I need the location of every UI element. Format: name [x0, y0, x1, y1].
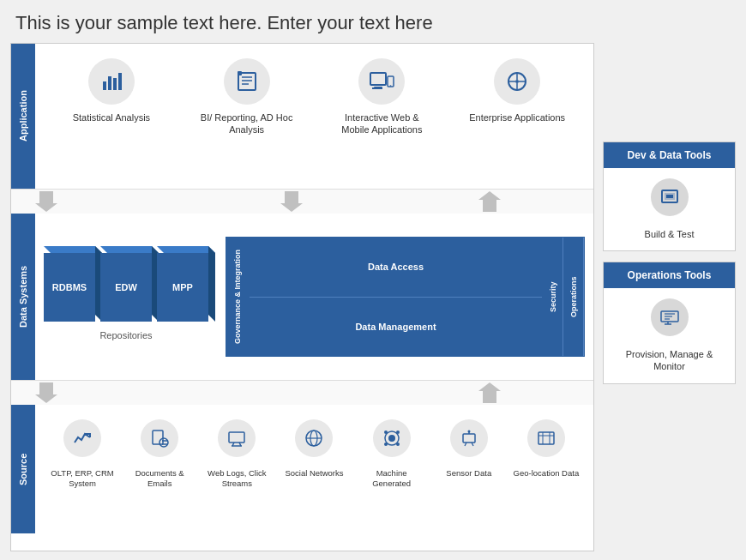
center-cols: Data Access Data Management [249, 238, 543, 356]
application-label: Application [11, 44, 35, 189]
application-layer: Application Statistical Analysis BI/ Rep… [11, 44, 593, 190]
data-source-arrows [11, 381, 593, 405]
enterprise-apps-label: Enterprise Applications [469, 111, 565, 123]
diagram-container: Application Statistical Analysis BI/ Rep… [10, 43, 594, 551]
svg-rect-1 [108, 76, 111, 90]
svg-point-33 [384, 431, 388, 434]
weblogs-item: Web Logs, Click Streams [202, 419, 271, 490]
sidebar-spacer-top [603, 43, 736, 142]
machine-item: Machine Generated [358, 419, 426, 490]
dev-tools-header: Dev & Data Tools [604, 142, 735, 168]
svg-rect-48 [666, 195, 673, 198]
source-label: Source [11, 405, 35, 533]
cube-rdbms: RDBMS [44, 253, 95, 322]
svg-rect-42 [538, 432, 554, 444]
cube-mpp: MPP [157, 253, 208, 322]
build-test-label: Build & Test [645, 228, 695, 240]
svg-point-36 [396, 443, 400, 446]
geo-label: Geo-location Data [514, 468, 580, 479]
enterprise-apps-item: Enterprise Applications [466, 58, 569, 123]
application-content: Statistical Analysis BI/ Reporting, AD H… [35, 44, 593, 189]
docs-item: Documents & Emails [125, 419, 194, 490]
repos-label: Repositories [99, 330, 152, 340]
arrow-up-right [478, 191, 501, 212]
arrow-down-left [35, 191, 57, 212]
sidebar-spacer-bottom [603, 388, 736, 551]
web-mobile-label: Interactive Web & Mobile Applications [330, 111, 433, 136]
main-area: Application Statistical Analysis BI/ Rep… [0, 43, 746, 560]
arrow-down-right [280, 191, 303, 212]
page-header: This is your sample text here. Enter you… [0, 0, 746, 43]
source-icons-row: OLTP, ERP, CRM System Documents & Emails… [44, 415, 585, 490]
app-icons-row: Statistical Analysis BI/ Reporting, AD H… [44, 54, 585, 136]
right-sidebar: Dev & Data Tools Build & Test Operations… [603, 43, 736, 551]
governance-col: Governance & Integration [226, 238, 249, 356]
web-mobile-icon [358, 58, 405, 105]
stat-analysis-icon [88, 58, 135, 105]
oltp-item: OLTP, ERP, CRM System [48, 419, 117, 490]
data-systems-label: Data Systems [11, 214, 35, 380]
arrow-down-left2 [35, 382, 57, 403]
bi-reporting-item: BI/ Reporting, AD Hoc Analysis [196, 58, 298, 136]
source-layer: Source OLTP, ERP, CRM System Documents &… [11, 405, 593, 533]
weblogs-icon [218, 419, 256, 457]
data-access-box: Data Access [250, 238, 542, 298]
svg-rect-12 [388, 76, 394, 87]
dev-tools-card: Dev & Data Tools Build & Test [603, 142, 736, 251]
oltp-icon [63, 419, 101, 457]
data-systems-layer: Data Systems RDBMS EDW MPP Repositories … [11, 214, 593, 381]
sensor-icon [450, 419, 488, 457]
bi-reporting-label: BI/ Reporting, AD Hoc Analysis [196, 111, 298, 136]
svg-rect-24 [229, 432, 244, 443]
security-col: Security [543, 238, 563, 356]
machine-label: Machine Generated [358, 468, 426, 490]
svg-point-21 [159, 438, 168, 447]
docs-label: Documents & Emails [125, 468, 194, 490]
web-mobile-item: Interactive Web & Mobile Applications [330, 58, 433, 136]
svg-rect-8 [238, 71, 242, 75]
provision-label: Provision, Manage & Monitor [612, 348, 726, 373]
social-item: Social Networks [280, 419, 348, 479]
app-data-arrows [11, 190, 593, 214]
ops-tools-card: Operations Tools Provision, Manage & Mon… [603, 262, 736, 384]
svg-rect-37 [463, 434, 475, 443]
geo-item: Geo-location Data [512, 419, 581, 479]
bi-reporting-icon [224, 58, 270, 105]
ops-tools-header: Operations Tools [604, 262, 735, 288]
data-mgmt-box: Data Management [250, 298, 542, 357]
social-label: Social Networks [285, 468, 343, 479]
data-platform: Governance & Integration Data Access Dat… [226, 237, 585, 357]
provision-icon [651, 298, 689, 336]
source-content: OLTP, ERP, CRM System Documents & Emails… [35, 405, 593, 533]
stat-analysis-item: Statistical Analysis [60, 58, 163, 123]
svg-rect-3 [118, 73, 122, 90]
ops-tools-content: Provision, Manage & Monitor [604, 288, 735, 383]
data-layer-inner: RDBMS EDW MPP Repositories Governance & … [44, 224, 585, 370]
arrow-up-right2 [478, 382, 501, 403]
repo-section: RDBMS EDW MPP Repositories [44, 253, 208, 340]
svg-point-15 [515, 80, 519, 83]
svg-point-31 [388, 435, 395, 442]
machine-icon [373, 419, 411, 457]
enterprise-apps-icon [494, 58, 540, 105]
cube-edw: EDW [100, 253, 152, 322]
docs-icon [141, 419, 178, 457]
svg-rect-9 [370, 73, 386, 85]
operations-col: Operations [563, 238, 584, 356]
dev-tools-content: Build & Test [604, 168, 735, 250]
oltp-label: OLTP, ERP, CRM System [48, 468, 117, 490]
weblogs-label: Web Logs, Click Streams [202, 468, 271, 490]
svg-point-35 [384, 443, 388, 446]
repo-cubes: RDBMS EDW MPP [44, 253, 208, 322]
svg-point-13 [390, 85, 392, 87]
data-systems-content: RDBMS EDW MPP Repositories Governance & … [35, 214, 593, 380]
social-icon [295, 419, 333, 457]
build-test-icon [651, 178, 689, 216]
sensor-item: Sensor Data [435, 419, 503, 479]
svg-point-34 [396, 431, 400, 434]
svg-rect-2 [113, 78, 117, 90]
svg-point-41 [467, 431, 470, 433]
svg-rect-0 [103, 81, 106, 90]
geo-icon [527, 419, 565, 457]
stat-analysis-label: Statistical Analysis [73, 111, 150, 123]
